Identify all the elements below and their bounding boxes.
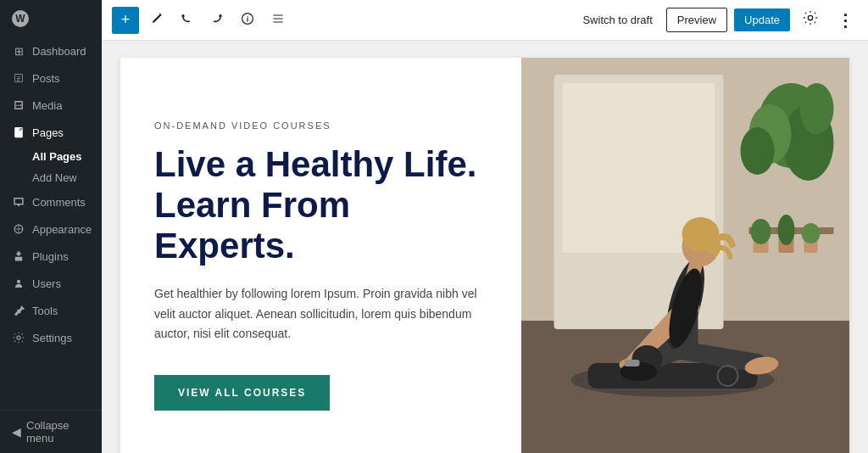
sidebar-nav: ⊞ Dashboard Posts Media Pages All Pages …	[0, 37, 102, 410]
dashboard-icon: ⊞	[12, 44, 25, 58]
toolbar-right: Switch to draft Preview Update ⋮	[576, 7, 858, 34]
comments-icon	[12, 195, 25, 209]
editor-canvas: ON-DEMAND VIDEO COURSES Live a Healthy L…	[102, 41, 868, 453]
appearance-icon	[12, 222, 25, 236]
svg-point-19	[778, 215, 795, 245]
sidebar-item-plugins[interactable]: Plugins	[0, 243, 102, 270]
sidebar-item-appearance[interactable]: Appearance	[0, 215, 102, 243]
main-area: +	[102, 0, 868, 453]
info-button[interactable]	[234, 7, 261, 34]
info-icon	[241, 12, 254, 29]
media-icon	[12, 98, 25, 112]
sidebar-label-plugins: Plugins	[32, 250, 69, 263]
sidebar-label-pages: Pages	[32, 126, 64, 139]
sidebar-sub-all-pages[interactable]: All Pages	[0, 146, 102, 167]
svg-point-21	[802, 223, 821, 243]
editor-toolbar: +	[102, 0, 868, 41]
posts-icon	[12, 71, 25, 85]
sidebar-label-appearance: Appearance	[32, 223, 92, 236]
page-content: ON-DEMAND VIDEO COURSES Live a Healthy L…	[120, 58, 849, 453]
svg-point-17	[751, 219, 771, 244]
hero-heading: Live a Healthy Life. Learn From Experts.	[154, 144, 487, 267]
sidebar-label-posts: Posts	[32, 72, 60, 85]
add-block-button[interactable]: +	[112, 7, 139, 34]
collapse-menu-label: Collapse menu	[26, 419, 90, 445]
redo-icon	[210, 12, 224, 29]
edit-mode-button[interactable]	[142, 7, 170, 34]
sidebar-label-media: Media	[32, 99, 62, 112]
wp-logo-icon: W	[12, 10, 29, 27]
hero-label: ON-DEMAND VIDEO COURSES	[154, 120, 487, 131]
settings-icon	[12, 331, 25, 344]
pencil-icon	[149, 12, 163, 29]
sidebar-item-media[interactable]: Media	[0, 92, 102, 119]
sidebar-label-tools: Tools	[32, 305, 58, 317]
more-options-button[interactable]: ⋮	[831, 7, 858, 34]
sidebar: W ⊞ Dashboard Posts Media Pages A	[0, 0, 102, 453]
all-pages-label: All Pages	[32, 150, 82, 163]
hero-yoga-image	[521, 58, 849, 453]
sidebar-item-label: Dashboard	[32, 45, 86, 58]
sidebar-label-settings: Settings	[32, 332, 72, 344]
hero-image-column	[521, 58, 849, 453]
add-new-label: Add New	[32, 171, 77, 184]
sidebar-item-tools[interactable]: Tools	[0, 297, 102, 324]
undo-button[interactable]	[173, 7, 200, 34]
ellipsis-vertical-icon: ⋮	[837, 10, 853, 31]
sidebar-item-posts[interactable]: Posts	[0, 64, 102, 92]
switch-to-draft-button[interactable]: Switch to draft	[576, 10, 659, 30]
sidebar-item-users[interactable]: Users	[0, 270, 102, 297]
gear-icon	[803, 10, 818, 30]
hero-body-text: Get healthier by following lorem Ipsum. …	[154, 284, 487, 344]
page-settings-button[interactable]	[797, 7, 824, 34]
wp-logo: W	[0, 0, 102, 37]
sidebar-item-pages[interactable]: Pages	[0, 119, 102, 146]
collapse-arrow-icon: ◀	[12, 425, 21, 439]
sidebar-label-comments: Comments	[32, 196, 86, 209]
hero-block: ON-DEMAND VIDEO COURSES Live a Healthy L…	[120, 58, 849, 453]
plugins-icon	[12, 249, 25, 263]
collapse-menu-button[interactable]: ◀ Collapse menu	[0, 410, 102, 453]
tools-icon	[12, 304, 25, 317]
svg-point-13	[800, 83, 834, 134]
sidebar-item-dashboard[interactable]: ⊞ Dashboard	[0, 37, 102, 64]
sidebar-sub-add-new[interactable]: Add New	[0, 167, 102, 188]
sidebar-item-comments[interactable]: Comments	[0, 188, 102, 215]
redo-button[interactable]	[203, 7, 231, 34]
list-view-button[interactable]	[264, 7, 292, 34]
update-button[interactable]: Update	[734, 8, 790, 31]
svg-point-2	[17, 280, 20, 283]
svg-point-5	[808, 15, 812, 20]
pages-icon	[12, 126, 25, 139]
view-all-courses-button[interactable]: VIEW ALL COURSES	[154, 375, 330, 411]
svg-point-14	[741, 127, 775, 175]
undo-icon	[180, 12, 193, 29]
sidebar-item-settings[interactable]: Settings	[0, 324, 102, 351]
users-icon	[12, 277, 25, 290]
hero-text-column: ON-DEMAND VIDEO COURSES Live a Healthy L…	[120, 58, 521, 453]
sidebar-label-users: Users	[32, 277, 61, 290]
preview-button[interactable]: Preview	[666, 8, 727, 32]
svg-rect-38	[625, 360, 640, 366]
svg-point-3	[17, 336, 20, 339]
list-icon	[271, 12, 285, 29]
plus-icon: +	[121, 11, 131, 29]
